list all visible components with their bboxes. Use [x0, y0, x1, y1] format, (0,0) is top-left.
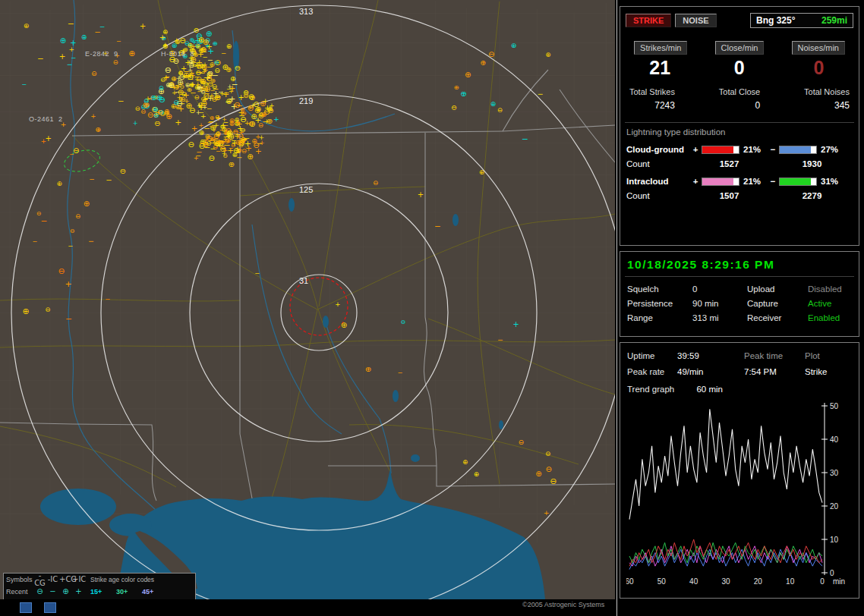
total-strikes-value: 7243 [629, 100, 675, 111]
cg-positive-pct: 21% [742, 145, 769, 154]
strike-stats-panel: STRIKE NOISE Bng 325° 259mi Strikes/min … [620, 6, 859, 246]
distribution-title: Lightning type distribution [626, 127, 853, 137]
y-tick-label: 30 [830, 469, 839, 477]
strikes-per-min-value: 21 [620, 57, 700, 79]
receiver-label: Receiver [747, 313, 808, 322]
cloud-ground-counts: Count 1527 1930 [626, 159, 853, 168]
x-tick-label: 10 [786, 577, 795, 586]
ic-negative-pct: 31% [819, 177, 847, 186]
x-tick-label: 0 [820, 577, 825, 586]
total-close-label: Total Close [719, 87, 760, 96]
trend-graph-label: Trend graph [627, 385, 674, 394]
date-time: 10/18/2025 8:29:16 PM [620, 252, 859, 276]
minus-sign: − [769, 145, 777, 154]
divider [625, 122, 854, 123]
strikes-per-min-header: Strikes/min [634, 41, 687, 55]
ic-count-label: Count [626, 191, 692, 200]
lightning-map[interactable]: 31321912531 −+⊕⊕−−−⊖−⊕−−⊖⊖⊕−++⊕⊕+⊕−⊕⊖−+−… [0, 0, 615, 599]
peak-rate-value: 49/min [677, 367, 704, 376]
range-ring-label: 219 [299, 96, 313, 105]
peak-time-label: Peak time [744, 351, 805, 360]
trend-panel: Uptime39:59 Peak time Plot Peak rate49/m… [620, 342, 859, 599]
cg-negative-bar [779, 146, 817, 154]
taskbar-icon-1[interactable] [20, 602, 32, 613]
nexstorm-window: 31321912531 −+⊕⊕−−−⊖−⊕−−⊖⊖⊕−++⊕⊕+⊕−⊕⊖−+−… [0, 0, 864, 616]
legend-col-neg-ic: -IC [46, 576, 59, 583]
cloud-ground-label: Cloud-ground [626, 145, 692, 154]
map-graphic: 31321912531 [0, 0, 615, 599]
bearing-range-value: 259mi [821, 15, 847, 26]
intracloud-label: Intracloud [626, 177, 692, 186]
recent-pos-ic-icon: + [72, 588, 85, 596]
legend-col-pos-cg: +CG [59, 576, 72, 583]
persistence-value: 90 min [692, 299, 747, 308]
plot-label: Plot [805, 351, 853, 360]
taskbar-icon-2[interactable] [44, 602, 56, 613]
range-ring-label: 313 [299, 7, 313, 16]
x-tick-label: 40 [689, 577, 698, 586]
upload-value: Disabled [808, 284, 853, 294]
total-close-value: 0 [719, 100, 760, 111]
trend-graph: 010203040506050403020100min [626, 400, 856, 588]
total-noises-value: 345 [804, 100, 850, 111]
noise-mode-button[interactable]: NOISE [675, 14, 716, 27]
cg-positive-count: 1527 [692, 159, 767, 168]
status-sidebar: STRIKE NOISE Bng 325° 259mi Strikes/min … [616, 0, 864, 616]
age-30: 30+ [111, 588, 137, 596]
storm-cell-label: H-3016 8 [161, 50, 194, 58]
trend-window-value: 60 min [696, 385, 723, 394]
uptime-value: 39:59 [677, 351, 699, 360]
bearing-readout: Bng 325° 259mi [750, 13, 853, 28]
total-noises: Total Noises 345 [804, 87, 850, 111]
plus-sign: + [692, 145, 699, 154]
settings-panel: 10/18/2025 8:29:16 PM Squelch 0 Upload D… [620, 251, 859, 337]
intracloud-row: Intracloud + 21% − 31% [626, 177, 853, 186]
uptime-label: Uptime [627, 351, 677, 360]
total-strikes: Total Strikes 7243 [629, 87, 675, 111]
recent-pos-cg-icon: ⊕ [59, 588, 72, 596]
total-strikes-label: Total Strikes [629, 87, 675, 96]
cg-negative-pct: 27% [819, 145, 847, 154]
cloud-ground-row: Cloud-ground + 21% − 27% [626, 145, 853, 154]
x-unit-label: min [833, 577, 845, 586]
receiver-value: Enabled [808, 313, 853, 322]
y-tick-label: 40 [830, 435, 839, 444]
noises-per-min-value: 0 [779, 57, 859, 79]
intracloud-counts: Count 1507 2279 [626, 191, 853, 200]
legend-age-header: Strike age color codes [85, 576, 193, 583]
cg-negative-count: 1930 [774, 159, 850, 168]
y-tick-label: 0 [830, 569, 834, 577]
y-tick-label: 20 [830, 502, 839, 511]
strike-mode-button[interactable]: STRIKE [626, 14, 671, 27]
ic-positive-pct: 21% [742, 177, 769, 186]
age-45: 45+ [137, 588, 162, 596]
recent-neg-cg-icon: ⊖ [33, 588, 46, 596]
storm-cell-label: E-2842 9 [85, 50, 118, 58]
upload-label: Upload [747, 284, 808, 294]
legend-row-recent-label: Recent [6, 588, 33, 596]
range-ring-label: 31 [299, 276, 308, 285]
recent-neg-ic-icon: − [46, 588, 59, 596]
total-noises-label: Total Noises [804, 87, 850, 96]
y-tick-label: 10 [830, 536, 839, 544]
trend-series-strike-rate [629, 409, 822, 519]
ic-positive-bar [702, 178, 739, 186]
total-close: Total Close 0 [719, 87, 760, 111]
capture-label: Capture [747, 299, 808, 308]
cg-count-label: Count [626, 159, 692, 168]
close-per-min-value: 0 [700, 57, 780, 79]
x-tick-label: 60 [626, 577, 634, 586]
ic-negative-bar [779, 178, 817, 186]
peak-time-value: 7:54 PM [744, 367, 805, 376]
persistence-label: Persistence [627, 299, 692, 308]
ic-negative-count: 2279 [774, 191, 850, 200]
squelch-label: Squelch [627, 284, 692, 294]
close-per-min-header: Close/min [715, 41, 765, 55]
map-legend: Symbols -CG -IC +CG +IC Strike age color… [3, 573, 196, 599]
legend-symbols-header: Symbols [6, 576, 33, 583]
legend-col-pos-ic: +IC [72, 576, 85, 583]
plot-value: Strike [805, 367, 853, 376]
ic-positive-count: 1507 [692, 191, 767, 200]
cg-positive-bar [702, 146, 739, 154]
legend-col-neg-cg: -CG [33, 572, 46, 587]
